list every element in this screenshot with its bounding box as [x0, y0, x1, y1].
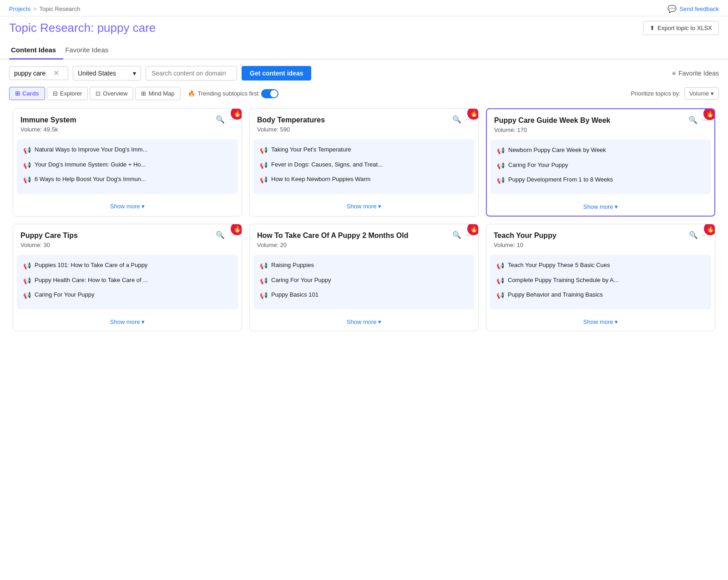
card-title: Immune System [20, 116, 234, 124]
fire-icon: 🔥 [706, 110, 714, 117]
card-content: 📢 Teach Your Puppy These 5 Basic Cues 📢 … [490, 255, 711, 309]
cards-view-icon: ⊞ [15, 90, 20, 97]
favorite-ideas-link[interactable]: ≡ Favorite Ideas [672, 70, 719, 77]
page-title-static: Topic Research: [9, 21, 97, 35]
card-title: Puppy Care Guide Week By Week [494, 116, 707, 125]
card-title: Body Temperatures [257, 116, 471, 124]
card-item: 📢 Teach Your Puppy These 5 Basic Cues [496, 261, 705, 271]
card-header: How To Take Care Of A Puppy 2 Months Old… [250, 224, 478, 251]
card-item: 📢 6 Ways to Help Boost Your Dog's Immun.… [23, 175, 232, 185]
card-item-text: Puppy Basics 101 [271, 291, 318, 299]
card-item: 📢 Puppy Basics 101 [260, 291, 468, 300]
export-label: Export topic to XLSX [657, 25, 712, 31]
list-icon: ≡ [672, 70, 676, 77]
card-1: 🔥 Immune System Volume: 49.5k 🔍 ··· 📢 Na… [13, 108, 242, 217]
title-bar: Topic Research: puppy care ⬆ Export topi… [0, 16, 728, 41]
card-volume: Volume: 30 [20, 242, 234, 248]
explorer-view-icon: ⊟ [53, 90, 58, 97]
megaphone-icon: 📢 [260, 262, 268, 271]
card-item-text: Your Dog's Immune System: Guide + Ho... [35, 161, 146, 169]
card-item: 📢 Caring For Your Puppy [23, 291, 232, 300]
card-item-text: Natural Ways to Improve Your Dog's Imm..… [35, 146, 147, 154]
breadcrumb: Projects > Topic Research [9, 5, 80, 12]
card-item: 📢 Your Dog's Immune System: Guide + Ho..… [23, 161, 232, 170]
card-search-button[interactable]: 🔍 [451, 114, 462, 125]
fire-icon: 🔥 [707, 225, 714, 232]
card-item: 📢 Newborn Puppy Care Week by Week [497, 146, 704, 156]
clear-search-button[interactable]: ✕ [53, 70, 59, 77]
card-item: 📢 Puppies 101: How to Take Care of a Pup… [23, 261, 232, 271]
country-selector[interactable]: United States ▾ [73, 66, 141, 81]
trending-toggle-wrap: 🔥 Trending subtopics first [188, 89, 279, 98]
domain-search-input[interactable] [146, 66, 237, 81]
card-item: 📢 How to Keep Newborn Puppies Warm [260, 175, 468, 185]
card-item-text: Newborn Puppy Care Week by Week [508, 146, 606, 154]
view-cards-button[interactable]: ⊞ Cards [9, 87, 45, 100]
view-explorer-button[interactable]: ⊟ Explorer [47, 87, 88, 100]
send-feedback-link[interactable]: 💬 Send feedback [667, 5, 719, 13]
show-more-button[interactable]: Show more ▾ [13, 197, 242, 215]
card-content: 📢 Natural Ways to Improve Your Dog's Imm… [17, 139, 238, 194]
fire-icon-trending: 🔥 [188, 90, 195, 97]
chevron-down-icon-prioritize: ▾ [711, 90, 714, 97]
megaphone-icon: 📢 [23, 146, 31, 155]
show-more-button[interactable]: Show more ▾ [487, 198, 714, 216]
breadcrumb-current: Topic Research [40, 5, 81, 12]
card-content: 📢 Puppies 101: How to Take Care of a Pup… [17, 255, 238, 309]
country-value: United States [78, 70, 116, 77]
favorite-ideas-label: Favorite Ideas [678, 70, 719, 77]
topic-search-input[interactable] [14, 70, 51, 77]
trending-badge: 🔥 [467, 108, 479, 120]
trending-label: Trending subtopics first [198, 90, 259, 97]
card-search-button[interactable]: 🔍 [688, 230, 699, 240]
trending-badge: 🔥 [704, 224, 715, 235]
card-search-button[interactable]: 🔍 [451, 230, 462, 240]
fire-icon: 🔥 [233, 225, 241, 232]
card-volume: Volume: 49.5k [20, 126, 234, 133]
card-search-button[interactable]: 🔍 [688, 115, 698, 125]
show-more-button[interactable]: Show more ▾ [13, 313, 242, 331]
get-ideas-button[interactable]: Get content ideas [242, 66, 311, 81]
overview-view-icon: ⊡ [96, 90, 101, 97]
trending-badge: 🔥 [231, 224, 242, 235]
megaphone-icon: 📢 [497, 161, 505, 171]
card-volume: Volume: 170 [494, 126, 707, 133]
card-header: Body Temperatures Volume: 590 🔍 ··· [250, 109, 478, 136]
card-item-text: Puppy Health Care: How to Take Care of .… [35, 276, 148, 284]
volume-value: Volume [689, 90, 709, 97]
controls-bar: ✕ United States ▾ Get content ideas ≡ Fa… [0, 60, 728, 87]
card-item: 📢 Puppy Behavior and Training Basics [496, 291, 705, 300]
trending-toggle[interactable] [261, 89, 278, 98]
card-volume: Volume: 10 [494, 242, 708, 248]
megaphone-icon: 📢 [497, 176, 505, 185]
show-more-button[interactable]: Show more ▾ [250, 197, 478, 215]
view-bar: ⊞ Cards ⊟ Explorer ⊡ Overview ⊞ Mind Map… [0, 87, 728, 105]
view-overview-button[interactable]: ⊡ Overview [90, 87, 133, 100]
card-item: 📢 Raising Puppies [260, 261, 468, 271]
megaphone-icon: 📢 [260, 146, 268, 155]
card-item: 📢 Taking Your Pet's Temperature [260, 146, 468, 155]
message-icon: 💬 [667, 5, 677, 13]
page-title-topic: puppy care [97, 21, 156, 35]
trending-badge: 🔥 [467, 224, 479, 235]
export-button[interactable]: ⬆ Export topic to XLSX [643, 21, 719, 35]
card-header: Puppy Care Guide Week By Week Volume: 17… [487, 109, 714, 136]
card-header: Immune System Volume: 49.5k 🔍 ··· [13, 109, 242, 136]
view-mindmap-button[interactable]: ⊞ Mind Map [135, 87, 180, 100]
tab-favorite-ideas[interactable]: Favorite Ideas [63, 41, 116, 60]
card-search-button[interactable]: 🔍 [215, 230, 226, 240]
card-item: 📢 Puppy Development From 1 to 8 Weeks [497, 176, 704, 185]
megaphone-icon: 📢 [496, 291, 504, 300]
tab-content-ideas[interactable]: Content Ideas [9, 41, 63, 60]
page-title: Topic Research: puppy care [9, 21, 156, 35]
mindmap-view-icon: ⊞ [141, 90, 146, 97]
show-more-button[interactable]: Show more ▾ [486, 313, 715, 331]
show-more-button[interactable]: Show more ▾ [250, 313, 478, 331]
card-item-text: Taking Your Pet's Temperature [271, 146, 351, 154]
card-search-button[interactable]: 🔍 [215, 114, 226, 125]
breadcrumb-projects[interactable]: Projects [9, 5, 30, 12]
prioritize-volume-select[interactable]: Volume ▾ [684, 87, 719, 100]
card-item-text: Puppy Behavior and Training Basics [508, 291, 603, 299]
card-item: 📢 Puppy Health Care: How to Take Care of… [23, 276, 232, 286]
fire-icon: 🔥 [470, 110, 478, 117]
